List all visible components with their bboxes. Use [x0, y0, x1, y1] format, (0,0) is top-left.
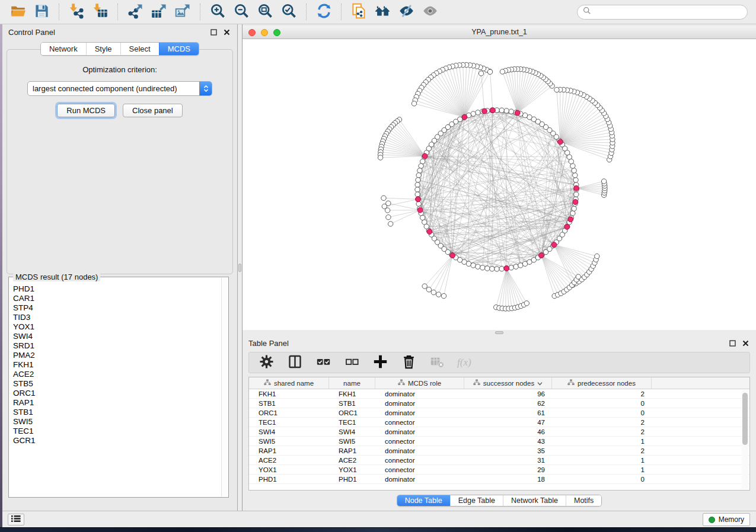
main-toolbar: [0, 0, 756, 24]
mcds-result-item[interactable]: SWI5: [13, 417, 221, 427]
panel-menu-button[interactable]: [8, 514, 24, 525]
mcds-tab-content: Optimization criterion: largest connecte…: [7, 49, 233, 274]
save-session-button[interactable]: [30, 2, 53, 21]
criterion-select[interactable]: largest connected component (undirected): [27, 81, 212, 96]
mcds-result-item[interactable]: PHD1: [13, 284, 221, 294]
tab-edge-table[interactable]: Edge Table: [450, 495, 503, 506]
column-header-shared-name[interactable]: shared name: [249, 377, 329, 389]
import-network-button[interactable]: [65, 2, 88, 21]
column-header-MCDS-role[interactable]: MCDS role: [375, 377, 464, 389]
search-input[interactable]: [594, 8, 742, 16]
close-panel-icon[interactable]: [741, 338, 750, 348]
export-table-icon: [150, 3, 168, 21]
column-header-successor-nodes[interactable]: successor nodes: [464, 377, 552, 389]
close-panel-icon[interactable]: [222, 27, 231, 37]
table-scrollbar[interactable]: [742, 390, 748, 489]
mcds-result-item[interactable]: PMA2: [13, 351, 221, 360]
select-all-button[interactable]: [314, 354, 333, 372]
table-row[interactable]: FKH1FKH1dominator962: [249, 389, 749, 399]
mcds-result-item[interactable]: CAR1: [13, 294, 221, 303]
mcds-result-item[interactable]: STB1: [13, 408, 221, 417]
table-row[interactable]: YOX1YOX1connector291: [249, 465, 749, 475]
export-image-button[interactable]: [171, 2, 194, 21]
mcds-list-scrollbar[interactable]: [221, 278, 228, 496]
mcds-result-item[interactable]: GCR1: [13, 436, 221, 446]
table-row[interactable]: ORC1ORC1dominator610: [249, 408, 749, 418]
tab-motifs[interactable]: Motifs: [566, 495, 601, 506]
tab-select[interactable]: Select: [120, 43, 159, 55]
zoom-fit-button[interactable]: [253, 2, 277, 21]
table-cell: ACE2: [249, 456, 329, 464]
table-row[interactable]: STB1STB1dominator620: [249, 399, 749, 408]
splitter-grip[interactable]: [495, 331, 503, 334]
float-panel-icon[interactable]: [209, 27, 218, 37]
table-mode-gear-icon: [257, 354, 276, 372]
float-panel-icon[interactable]: [728, 338, 737, 348]
scrollbar-thumb[interactable]: [742, 393, 748, 445]
hide-selected-button[interactable]: [394, 2, 418, 21]
zoom-in-button[interactable]: [206, 2, 229, 21]
horizontal-splitter[interactable]: [243, 330, 756, 335]
deselect-all-button[interactable]: [343, 354, 361, 372]
run-mcds-button[interactable]: Run MCDS: [57, 104, 115, 117]
apply-layout-button[interactable]: [312, 2, 336, 21]
table-row[interactable]: RAP1RAP1dominator352: [249, 446, 749, 456]
mcds-result-item[interactable]: TEC1: [13, 427, 221, 436]
import-table-button[interactable]: [88, 2, 112, 21]
tab-network[interactable]: Network: [41, 43, 86, 55]
mcds-result-item[interactable]: STP4: [13, 303, 221, 313]
mcds-result-item[interactable]: SWI4: [13, 332, 221, 341]
table-cell: dominator: [375, 389, 464, 398]
mcds-result-item[interactable]: ACE2: [13, 370, 221, 379]
sort-desc-icon: [537, 380, 543, 387]
tab-node-table[interactable]: Node Table: [397, 495, 450, 506]
delete-column-button[interactable]: [400, 354, 418, 372]
control-panel-title: Control Panel: [8, 28, 55, 37]
mcds-result-item[interactable]: STB5: [13, 379, 221, 389]
close-panel-button[interactable]: Close panel: [123, 104, 183, 117]
zoom-out-button[interactable]: [229, 2, 253, 21]
mcds-result-item[interactable]: FKH1: [13, 360, 221, 370]
open-session-button[interactable]: [6, 2, 30, 21]
table-mode-gear-button[interactable]: [257, 354, 276, 372]
table-row[interactable]: SWI5SWI5connector431: [249, 437, 749, 446]
table-row[interactable]: SWI4SWI4dominator462: [249, 427, 749, 437]
network-graph[interactable]: [243, 39, 756, 330]
table-row[interactable]: ACE2ACE2connector311: [249, 456, 749, 465]
show-all-button[interactable]: [418, 2, 442, 21]
svg-text:f(x): f(x): [457, 356, 471, 367]
memory-button[interactable]: Memory: [703, 513, 750, 526]
tab-style[interactable]: Style: [86, 43, 120, 55]
table-toolbar: f(x): [248, 352, 750, 373]
network-view-canvas[interactable]: [243, 39, 756, 330]
table-row[interactable]: PHD1PHD1dominator180: [249, 475, 749, 484]
mcds-result-item[interactable]: YOX1: [13, 322, 221, 332]
zoom-selected-button[interactable]: [277, 2, 301, 21]
export-table-button[interactable]: [147, 2, 171, 21]
toggle-panel-button[interactable]: [286, 354, 304, 372]
mcds-result-item[interactable]: SRD1: [13, 341, 221, 351]
table-cell: 0: [552, 408, 652, 417]
create-column-button[interactable]: [371, 354, 390, 372]
first-neighbors-button[interactable]: [371, 2, 394, 21]
search-box[interactable]: [577, 5, 748, 20]
splitter-grip[interactable]: [238, 264, 241, 272]
column-header-name[interactable]: name: [329, 377, 375, 389]
shared-column-icon: [398, 379, 405, 387]
tab-mcds[interactable]: MCDS: [159, 43, 199, 55]
column-header-predecessor-nodes[interactable]: predecessor nodes: [552, 377, 652, 389]
create-column-icon: [371, 354, 390, 372]
vertical-splitter[interactable]: [238, 24, 243, 511]
table-row[interactable]: TEC1TEC1connector472: [249, 418, 749, 427]
mcds-result-item[interactable]: RAP1: [13, 398, 221, 408]
mcds-result-item[interactable]: ORC1: [13, 389, 221, 398]
table-cell: dominator: [375, 446, 464, 455]
mcds-result-item[interactable]: TID3: [13, 313, 221, 322]
tab-network-table[interactable]: Network Table: [503, 495, 566, 506]
table-panel: Table Panel f(x) shared namenameMCDS rol…: [243, 335, 756, 511]
new-network-from-selection-button[interactable]: [347, 2, 371, 21]
shared-column-icon: [264, 379, 271, 387]
table-cell: ORC1: [249, 408, 329, 417]
export-network-button[interactable]: [123, 2, 147, 21]
table-cell: connector: [375, 456, 464, 464]
